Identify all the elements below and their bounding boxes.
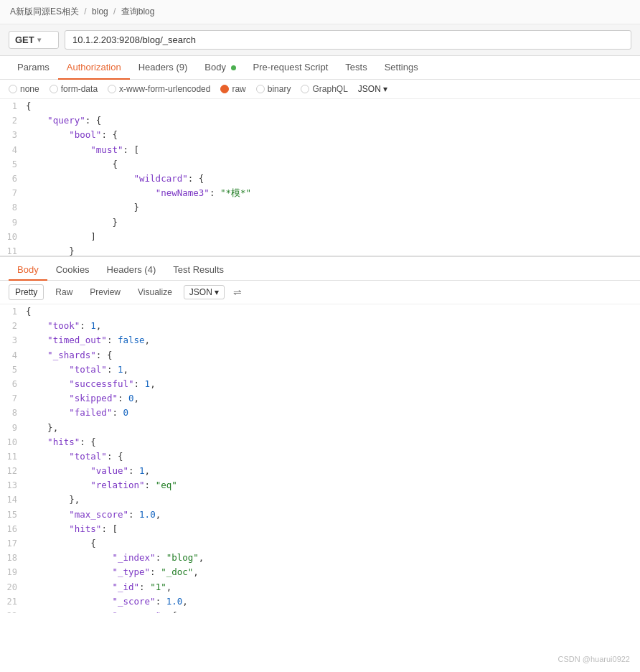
resp-tab-cookies[interactable]: Cookies — [47, 260, 98, 281]
line-content: }, — [26, 421, 640, 435]
tab-settings[interactable]: Settings — [376, 56, 427, 80]
line-content: "_type": "_doc", — [26, 565, 640, 579]
code-line: 1{ — [0, 99, 640, 113]
json-chevron-icon: ▾ — [383, 84, 387, 94]
option-none-label: none — [20, 84, 39, 94]
url-bar: GET ▾ — [0, 24, 640, 56]
line-number: 11 — [0, 244, 26, 257]
line-number: 1 — [0, 304, 26, 319]
line-number: 14 — [0, 493, 26, 507]
tab-headers[interactable]: Headers (9) — [130, 56, 197, 80]
breadcrumb-blog[interactable]: blog — [92, 6, 108, 17]
breadcrumb-sep1: / — [84, 6, 86, 17]
line-content: ] — [26, 230, 640, 244]
line-number: 21 — [0, 594, 26, 609]
option-urlencoded-label: x-www-form-urlencoded — [119, 84, 210, 94]
method-selector[interactable]: GET ▾ — [9, 31, 59, 49]
request-code-editor[interactable]: 1{2 "query": {3 "bool": {4 "must": [5 {6… — [0, 99, 640, 257]
option-formdata[interactable]: form-data — [50, 84, 98, 94]
json-type-label: JSON — [358, 84, 381, 94]
code-line: 12 "value": 1, — [0, 464, 640, 478]
line-number: 22 — [0, 609, 26, 613]
line-number: 3 — [0, 128, 26, 142]
line-number: 9 — [0, 421, 26, 435]
option-graphql[interactable]: GraphQL — [301, 84, 347, 94]
line-number: 17 — [0, 536, 26, 551]
breadcrumb-root[interactable]: A新版同源ES相关 — [10, 6, 79, 17]
code-line: 3 "timed_out": false, — [0, 333, 640, 347]
request-tabs: Params Authorization Headers (9) Body Pr… — [0, 56, 640, 80]
response-body[interactable]: 1{2 "took": 1,3 "timed_out": false,4 "_s… — [0, 304, 640, 613]
line-content: "relation": "eq" — [26, 478, 640, 493]
code-line: 5 { — [0, 157, 640, 172]
line-content: "_score": 1.0, — [26, 594, 640, 609]
line-number: 12 — [0, 464, 26, 478]
line-content: "max_score": 1.0, — [26, 508, 640, 522]
breadcrumb-current[interactable]: 查询blog — [121, 6, 155, 17]
code-line: 4 "must": [ — [0, 143, 640, 157]
line-number: 5 — [0, 363, 26, 377]
line-content: "_id": "1", — [26, 580, 640, 594]
format-bar: Pretty Raw Preview Visualize JSON ▾ ⇌ — [0, 281, 640, 304]
line-content: "skipped": 0, — [26, 391, 640, 406]
line-content: "wildcard": { — [26, 172, 640, 186]
json-type-selector[interactable]: JSON ▾ — [358, 84, 387, 94]
line-content: }, — [26, 493, 640, 507]
line-content: "_index": "blog", — [26, 551, 640, 565]
line-number: 1 — [0, 99, 26, 113]
line-content: "must": [ — [26, 143, 640, 157]
line-number: 6 — [0, 377, 26, 391]
line-number: 9 — [0, 215, 26, 230]
code-line: 6 "successful": 1, — [0, 377, 640, 391]
option-raw[interactable]: raw — [220, 84, 245, 94]
code-line: 22 "_source": { — [0, 609, 640, 613]
code-line: 2 "took": 1, — [0, 319, 640, 333]
line-content: "query": { — [26, 113, 640, 128]
option-none[interactable]: none — [9, 84, 39, 94]
code-line: 4 "_shards": { — [0, 348, 640, 363]
url-input[interactable] — [65, 30, 631, 50]
tab-tests[interactable]: Tests — [337, 56, 375, 80]
line-number: 4 — [0, 143, 26, 157]
line-number: 4 — [0, 348, 26, 363]
line-content: "bool": { — [26, 128, 640, 142]
response-json-selector[interactable]: JSON ▾ — [184, 285, 225, 299]
line-content: { — [26, 99, 640, 113]
line-number: 3 — [0, 333, 26, 347]
option-graphql-label: GraphQL — [312, 84, 347, 94]
resp-tab-body[interactable]: Body — [9, 260, 47, 281]
line-content: "newName3": "*模*" — [26, 186, 640, 200]
tab-authorization[interactable]: Authorization — [58, 56, 130, 80]
format-raw[interactable]: Raw — [50, 285, 78, 299]
tab-body[interactable]: Body — [196, 56, 244, 80]
tab-params[interactable]: Params — [9, 56, 58, 80]
option-urlencoded[interactable]: x-www-form-urlencoded — [108, 84, 210, 94]
filter-icon[interactable]: ⇌ — [233, 286, 242, 298]
radio-formdata — [50, 85, 58, 93]
code-line: 20 "_id": "1", — [0, 580, 640, 594]
body-badge — [231, 65, 236, 70]
radio-graphql — [301, 85, 309, 93]
line-number: 7 — [0, 186, 26, 200]
line-content: } — [26, 200, 640, 215]
code-line: 16 "hits": [ — [0, 522, 640, 536]
line-number: 2 — [0, 319, 26, 333]
line-content: "total": 1, — [26, 363, 640, 377]
line-number: 18 — [0, 551, 26, 565]
code-line: 14 }, — [0, 493, 640, 507]
option-binary[interactable]: binary — [256, 84, 291, 94]
tab-prerequest[interactable]: Pre-request Script — [245, 56, 337, 80]
line-number: 8 — [0, 406, 26, 420]
breadcrumb-sep2: / — [113, 6, 116, 17]
line-number: 6 — [0, 172, 26, 186]
resp-tab-testresults[interactable]: Test Results — [164, 260, 232, 281]
format-preview[interactable]: Preview — [84, 285, 126, 299]
code-line: 7 "skipped": 0, — [0, 391, 640, 406]
resp-tab-headers[interactable]: Headers (4) — [98, 260, 165, 281]
body-options: none form-data x-www-form-urlencoded raw… — [0, 80, 640, 99]
format-pretty[interactable]: Pretty — [9, 284, 44, 300]
format-visualize[interactable]: Visualize — [132, 285, 178, 299]
line-number: 2 — [0, 113, 26, 128]
code-line: 10 "hits": { — [0, 435, 640, 449]
code-line: 21 "_score": 1.0, — [0, 594, 640, 609]
